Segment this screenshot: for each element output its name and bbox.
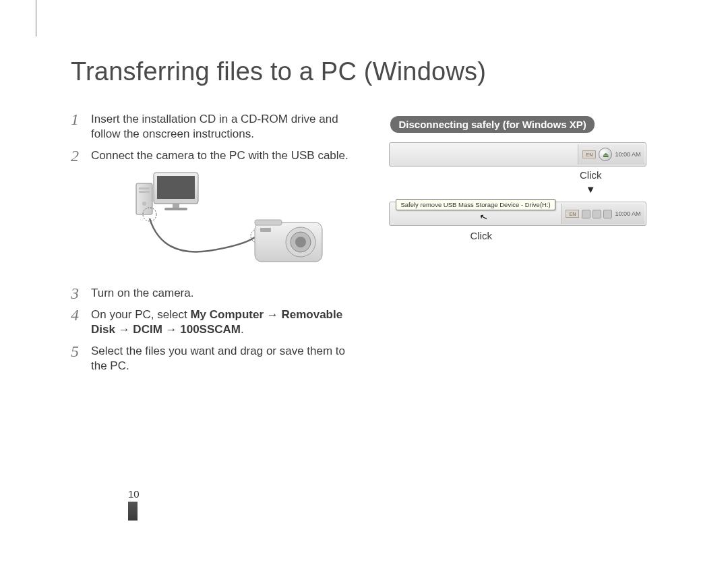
step4-suffix: . — [241, 323, 244, 336]
step-4: 4 On your PC, select My Computer → Remov… — [71, 307, 348, 337]
system-tray-2: EN 10:00 AM — [561, 204, 644, 224]
step-number: 1 — [71, 112, 91, 127]
svg-rect-3 — [164, 208, 187, 210]
step-number: 4 — [71, 307, 91, 322]
step-3: 3 Turn on the camera. — [71, 286, 348, 301]
margin-rule — [36, 0, 36, 36]
two-column-layout: 1 Insert the installation CD in a CD-ROM… — [71, 112, 657, 380]
language-indicator: EN — [582, 150, 596, 158]
page-number: 10 — [128, 488, 140, 500]
taskbar-2-wrap: Safely remove USB Mass Storage Device - … — [389, 202, 645, 226]
step-2: 2 Connect the camera to the PC with the … — [71, 148, 348, 163]
step-1: 1 Insert the installation CD in a CD-ROM… — [71, 112, 348, 142]
step-number: 5 — [71, 344, 91, 359]
step-number: 2 — [71, 148, 91, 163]
sidebox-column: Disconnecting safely (for Windows XP) EN… — [389, 112, 657, 380]
eject-balloon[interactable]: Safely remove USB Mass Storage Device - … — [396, 199, 555, 210]
step-text: Insert the installation CD in a CD-ROM d… — [91, 112, 348, 142]
language-indicator: EN — [566, 210, 579, 218]
taskbar-1: EN ⏏ 10:00 AM — [389, 142, 646, 167]
step-5: 5 Select the files you want and drag or … — [71, 344, 348, 374]
svg-rect-11 — [255, 220, 282, 225]
steps-column: 1 Insert the installation CD in a CD-ROM… — [71, 112, 348, 380]
svg-point-14 — [295, 237, 306, 247]
safely-remove-icon[interactable]: ⏏ — [599, 148, 612, 161]
system-tray: EN ⏏ 10:00 AM — [578, 144, 644, 165]
svg-point-7 — [142, 202, 146, 206]
click-label-1: Click — [524, 169, 657, 181]
sidebox-heading: Disconnecting safely (for Windows XP) — [390, 116, 594, 133]
step4-prefix: On your PC, select — [91, 308, 190, 321]
svg-rect-2 — [173, 204, 179, 208]
page-content: Transferring files to a PC (Windows) 1 I… — [71, 57, 657, 380]
tray-clock: 10:00 AM — [615, 210, 640, 217]
step-text: On your PC, select My Computer → Removab… — [91, 307, 348, 337]
step-text: Select the files you want and drag or sa… — [91, 344, 348, 374]
svg-rect-5 — [139, 187, 150, 189]
step-text: Connect the camera to the PC with the US… — [91, 148, 348, 163]
step-number: 3 — [71, 286, 91, 301]
tray-mini-icons — [582, 210, 612, 218]
connection-diagram — [108, 170, 330, 271]
tray-icon — [593, 210, 601, 218]
step-text: Turn on the camera. — [91, 286, 193, 301]
tray-clock: 10:00 AM — [615, 151, 640, 158]
svg-rect-6 — [139, 191, 150, 193]
tray-icon — [582, 210, 590, 218]
svg-rect-15 — [260, 228, 271, 232]
page-number-bar — [128, 502, 138, 521]
camera-pc-illustration — [108, 170, 330, 271]
page-title: Transferring files to a PC (Windows) — [71, 57, 657, 86]
svg-rect-1 — [157, 176, 195, 199]
down-arrow-icon: ▼ — [524, 183, 657, 195]
click-label-2: Click — [470, 230, 657, 241]
tray-icon — [603, 210, 612, 218]
